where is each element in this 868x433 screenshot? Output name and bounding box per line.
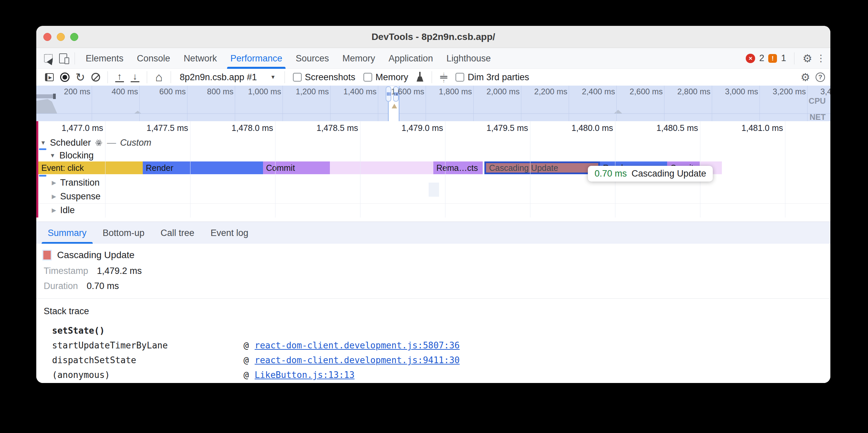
details-tab-event-log[interactable]: Event log xyxy=(203,222,257,244)
collect-garbage-button[interactable] xyxy=(412,70,428,85)
target-selector-dropdown[interactable]: 8p2n9n.csb.app #1 ▼ xyxy=(175,72,280,82)
screenshots-label: Screenshots xyxy=(305,72,355,82)
timestamp-row: Timestamp 1,479.2 ms xyxy=(44,266,142,276)
dim-3rd-parties-checkbox[interactable] xyxy=(456,73,464,81)
save-profile-button[interactable]: ↓ xyxy=(127,70,143,85)
tab-console[interactable]: Console xyxy=(130,48,177,69)
shortcut-dialog-button[interactable]: ↓↑ xyxy=(436,70,452,85)
divider xyxy=(36,298,830,299)
stack-frame-function: setState() xyxy=(52,326,105,336)
overview-tick-label: 1,400 ms xyxy=(333,87,377,96)
help-icon[interactable]: ? xyxy=(815,72,825,82)
screenshot-ghost-rect xyxy=(429,182,439,197)
memory-checkbox[interactable] xyxy=(364,73,372,81)
toggle-sidebar-button[interactable]: ▶ xyxy=(42,70,57,85)
expand-triangle-icon[interactable]: ▶ xyxy=(52,193,56,200)
overview-marker xyxy=(392,104,397,108)
compress-icon: ↓↑ xyxy=(439,71,448,83)
divider xyxy=(107,71,108,83)
tab-application[interactable]: Application xyxy=(382,48,440,69)
group-label: Suspense xyxy=(60,191,100,202)
timeline-overview[interactable]: CPU NET 200 ms400 ms600 ms800 ms1,000 ms… xyxy=(36,86,830,121)
field-value: 0.70 ms xyxy=(87,281,119,291)
ruler-tick-label: 1,479.5 ms xyxy=(471,123,528,133)
device-toolbar-icon xyxy=(59,54,67,63)
stack-frame-source-link[interactable]: react-dom-client.development.js:5807:36 xyxy=(255,340,460,351)
group-row-idle[interactable]: ▶ Idle xyxy=(52,205,75,215)
group-row-transition[interactable]: ▶ Transition xyxy=(52,177,100,188)
group-row-blocking[interactable]: ▼ Blocking xyxy=(50,151,94,161)
overview-gridline xyxy=(569,86,569,121)
details-tab-bottom-up[interactable]: Bottom-up xyxy=(95,222,153,244)
inspect-element-button[interactable] xyxy=(41,51,56,66)
live-metrics-button[interactable]: ⌂ xyxy=(151,70,166,85)
track-indicator-dash xyxy=(39,148,46,150)
flame-bar[interactable]: Event: click xyxy=(38,162,143,174)
settings-gear-icon[interactable]: ⚙ xyxy=(803,53,812,64)
flame-bar[interactable]: Render xyxy=(143,162,263,174)
warning-count[interactable]: 1 xyxy=(781,53,786,63)
tab-performance[interactable]: Performance xyxy=(224,48,289,69)
overview-gridline xyxy=(330,86,331,121)
stack-frame-at: @ xyxy=(244,355,249,365)
overview-gridline xyxy=(187,86,187,121)
collapse-triangle-icon[interactable]: ▼ xyxy=(40,140,46,146)
ruler-gridline xyxy=(190,121,190,218)
flame-bar[interactable] xyxy=(330,162,433,174)
overview-tick-label: 600 ms xyxy=(142,87,186,96)
load-profile-button[interactable]: ↑ xyxy=(112,70,127,85)
ruler-tick-label: 1,477.0 ms xyxy=(46,123,103,133)
kebab-menu-icon[interactable]: ⋮ xyxy=(816,54,826,63)
group-row-suspense[interactable]: ▶ Suspense xyxy=(52,191,100,202)
overview-gridline xyxy=(473,86,474,121)
memory-checkbox-row[interactable]: Memory xyxy=(360,72,412,82)
details-tab-call-tree[interactable]: Call tree xyxy=(153,222,203,244)
stack-frame-at: @ xyxy=(244,370,249,380)
ruler-gridline xyxy=(275,121,275,218)
cpu-lane-label: CPU xyxy=(809,96,826,106)
record-and-reload-button[interactable]: ↻ xyxy=(72,70,88,85)
overview-gridline xyxy=(760,86,760,121)
flame-bar[interactable]: Commit xyxy=(263,162,330,174)
stack-trace-title: Stack trace xyxy=(44,306,89,317)
window-title: DevTools - 8p2n9n.csb.app/ xyxy=(36,26,830,48)
tab-elements[interactable]: Elements xyxy=(79,48,130,69)
overview-gridline xyxy=(664,86,664,121)
overview-tick-label: 1,800 ms xyxy=(428,87,472,96)
field-label: Timestamp xyxy=(44,266,88,276)
capture-settings-gear-icon[interactable]: ⚙ xyxy=(801,72,810,82)
track-name: Scheduler xyxy=(50,138,91,148)
overview-tick-label: 3,200 ms xyxy=(762,87,806,96)
warning-badge-icon[interactable]: ! xyxy=(768,54,777,63)
tab-sources[interactable]: Sources xyxy=(289,48,336,69)
stack-frame-function: dispatchSetState xyxy=(52,355,136,365)
flame-bar-selected[interactable]: Cascading Update xyxy=(485,162,600,174)
record-button[interactable] xyxy=(57,70,72,85)
screenshots-checkbox[interactable] xyxy=(293,73,302,81)
flame-bar[interactable]: Rema…cts xyxy=(433,162,483,174)
ruler-tick-label: 1,478.0 ms xyxy=(216,123,273,133)
collapse-triangle-icon[interactable]: ▼ xyxy=(50,153,55,159)
ruler-gridline xyxy=(105,121,105,218)
screenshots-checkbox-row[interactable]: Screenshots xyxy=(289,72,360,82)
clear-button[interactable] xyxy=(88,70,103,85)
toggle-device-toolbar-button[interactable] xyxy=(56,51,70,66)
tab-network[interactable]: Network xyxy=(177,48,224,69)
error-badge-icon[interactable]: × xyxy=(746,54,755,63)
flame-chart[interactable]: ▼ Scheduler — Custom ▼ Blocking Event: c… xyxy=(36,135,830,218)
expand-triangle-icon[interactable]: ▶ xyxy=(52,179,56,186)
track-dash: — xyxy=(107,138,116,148)
dim-3rd-parties-checkbox-row[interactable]: Dim 3rd parties xyxy=(452,72,533,82)
stack-frame-row: dispatchSetState@react-dom-client.develo… xyxy=(36,355,830,370)
tab-memory[interactable]: Memory xyxy=(336,48,382,69)
expand-triangle-icon[interactable]: ▶ xyxy=(52,207,56,214)
tab-lighthouse[interactable]: Lighthouse xyxy=(440,48,497,69)
track-header[interactable]: ▼ Scheduler — Custom xyxy=(40,138,151,148)
error-count[interactable]: 2 xyxy=(759,53,764,63)
overview-gridline xyxy=(92,86,92,121)
legend-swatch-halo xyxy=(42,250,52,261)
stack-frame-source-link[interactable]: react-dom-client.development.js:9411:30 xyxy=(255,355,460,365)
details-tab-summary[interactable]: Summary xyxy=(40,222,95,244)
stack-frame-source-link[interactable]: LikeButton.js:13:13 xyxy=(255,370,354,380)
track-indicator-dash xyxy=(39,175,46,176)
